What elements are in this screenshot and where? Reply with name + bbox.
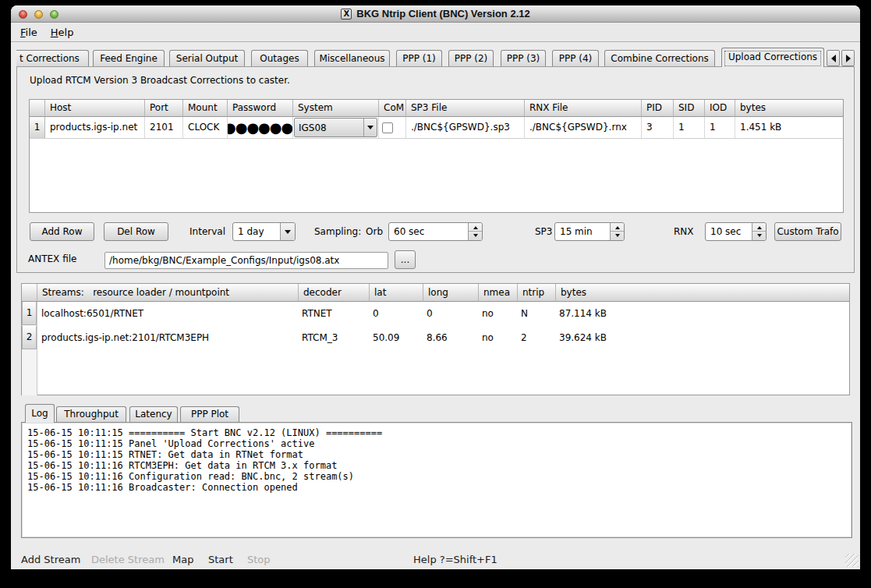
tab-serial-output[interactable]: Serial Output bbox=[169, 50, 245, 66]
col-decoder[interactable]: decoder bbox=[299, 284, 370, 302]
tab-scroll-left-button[interactable] bbox=[827, 50, 840, 66]
tab-scroll-right-button[interactable] bbox=[841, 50, 855, 66]
col-password[interactable]: Password bbox=[228, 100, 293, 117]
start-button[interactable]: Start bbox=[208, 551, 233, 569]
add-stream-button[interactable]: Add Stream bbox=[21, 551, 80, 569]
tab-outages[interactable]: Outages bbox=[251, 50, 308, 66]
stop-button: Stop bbox=[247, 551, 271, 569]
spinner-buttons[interactable] bbox=[610, 223, 624, 240]
tab-ppp-4[interactable]: PPP (4) bbox=[552, 50, 599, 66]
tab-ppp-1[interactable]: PPP (1) bbox=[396, 50, 442, 66]
tab-log[interactable]: Log bbox=[25, 404, 55, 423]
streams-table-header: Streams: resource loader / mountpoint de… bbox=[22, 284, 849, 302]
spinner-buttons[interactable] bbox=[752, 223, 766, 240]
cell-mount[interactable]: CLOCK bbox=[183, 117, 228, 138]
tab-ppp-3[interactable]: PPP (3) bbox=[501, 50, 546, 66]
streams-table: Streams: resource loader / mountpoint de… bbox=[21, 283, 850, 395]
antex-file-input[interactable]: /home/bkg/BNC/Example_Configs/Input/igs0… bbox=[104, 252, 388, 269]
col-port[interactable]: Port bbox=[145, 100, 183, 117]
antex-label: ANTEX file bbox=[28, 250, 76, 268]
row-number[interactable]: 2 bbox=[22, 326, 37, 349]
tab-broadcast-corrections[interactable]: t Corrections bbox=[16, 50, 89, 66]
minimize-button[interactable] bbox=[34, 10, 43, 19]
cell-iod[interactable]: 1 bbox=[705, 117, 735, 138]
tab-miscellaneous[interactable]: Miscellaneous bbox=[314, 50, 390, 66]
upload-table: Host Port Mount Password System CoM SP3 … bbox=[29, 99, 844, 213]
main-tab-bar: t Corrections Feed Engine Serial Output … bbox=[16, 48, 855, 67]
tab-ppp-plot[interactable]: PPP Plot bbox=[180, 406, 239, 422]
cell-port[interactable]: 2101 bbox=[145, 117, 183, 138]
spinner-buttons[interactable] bbox=[468, 223, 482, 240]
col-sp3-file[interactable]: SP3 File bbox=[406, 100, 525, 117]
down-arrow-icon bbox=[757, 234, 762, 239]
tab-throughput[interactable]: Throughput bbox=[56, 406, 126, 422]
col-system[interactable]: System bbox=[293, 100, 379, 117]
tab-ppp-2[interactable]: PPP (2) bbox=[448, 50, 494, 66]
orb-spinbox[interactable]: 60 sec bbox=[388, 222, 483, 241]
col-pid[interactable]: PID bbox=[642, 100, 674, 117]
title-bar[interactable]: X BKG Ntrip Client (BNC) Version 2.12 bbox=[11, 5, 860, 23]
up-arrow-icon bbox=[473, 224, 478, 229]
delete-stream-button: Delete Stream bbox=[91, 551, 165, 569]
row-number-column: 1 2 bbox=[22, 302, 37, 395]
panel-caption: Upload RTCM Version 3 Broadcast Correcti… bbox=[30, 75, 290, 86]
chevron-down-icon bbox=[285, 230, 291, 237]
stream-row[interactable]: localhost:6501/RTNET RTNET 0 0 no N 87.1… bbox=[38, 302, 607, 326]
sampling-label: Sampling: bbox=[314, 222, 361, 241]
col-sid[interactable]: SID bbox=[674, 100, 705, 117]
upload-corrections-panel: Upload RTCM Version 3 Broadcast Correcti… bbox=[16, 66, 855, 273]
custom-trafo-button[interactable]: Custom Trafo bbox=[774, 222, 841, 241]
cell-pid[interactable]: 3 bbox=[642, 117, 674, 138]
cell-bytes[interactable]: 1.451 kB bbox=[735, 117, 843, 138]
row-number[interactable]: 1 bbox=[30, 117, 45, 138]
resize-grip[interactable] bbox=[845, 554, 859, 567]
corner-header bbox=[30, 100, 45, 117]
col-host[interactable]: Host bbox=[45, 100, 145, 117]
col-mount[interactable]: Mount bbox=[183, 100, 228, 117]
antex-browse-button[interactable]: ... bbox=[395, 250, 416, 269]
tab-combine-corrections[interactable]: Combine Corrections bbox=[604, 50, 715, 66]
col-iod[interactable]: IOD bbox=[705, 100, 735, 117]
menu-file[interactable]: File bbox=[20, 27, 37, 38]
col-nmea[interactable]: nmea bbox=[479, 284, 518, 302]
window-title: BKG Ntrip Client (BNC) Version 2.12 bbox=[356, 8, 529, 19]
down-arrow-icon bbox=[473, 234, 478, 239]
down-arrow-icon bbox=[615, 234, 620, 239]
cell-rnx-file[interactable]: ./BNC${GPSWD}.rnx bbox=[525, 117, 642, 138]
sp3-spinbox[interactable]: 15 min bbox=[554, 222, 625, 241]
rnx-spinbox[interactable]: 10 sec bbox=[705, 222, 767, 241]
cell-sp3-file[interactable]: ./BNC${GPSWD}.sp3 bbox=[406, 117, 525, 138]
right-arrow-icon bbox=[846, 55, 851, 62]
system-combobox[interactable]: IGS08 bbox=[294, 118, 377, 137]
col-streams[interactable]: Streams: resource loader / mountpoint bbox=[37, 284, 299, 302]
log-output[interactable]: 15-06-15 10:11:15 ========== Start BNC v… bbox=[21, 422, 852, 538]
app-window: X BKG Ntrip Client (BNC) Version 2.12 Fi… bbox=[11, 5, 860, 569]
com-checkbox[interactable] bbox=[382, 122, 393, 133]
stream-row[interactable]: products.igs-ip.net:2101/RTCM3EPH RTCM_3… bbox=[38, 326, 607, 350]
tab-latency[interactable]: Latency bbox=[129, 406, 178, 422]
col-com[interactable]: CoM bbox=[379, 100, 406, 117]
row-number[interactable]: 1 bbox=[22, 302, 37, 325]
menu-help[interactable]: Help bbox=[51, 27, 74, 38]
close-button[interactable] bbox=[19, 10, 27, 19]
rnx-label: RNX bbox=[674, 222, 694, 241]
cell-password[interactable]: ●●●●●●●● bbox=[228, 117, 293, 138]
zoom-button[interactable] bbox=[50, 10, 58, 19]
cell-sid[interactable]: 1 bbox=[674, 117, 705, 138]
col-bytes[interactable]: bytes bbox=[735, 100, 843, 117]
col-lat[interactable]: lat bbox=[370, 284, 423, 302]
corner-header bbox=[22, 284, 37, 302]
help-shortcut-label: Help ?=Shift+F1 bbox=[413, 551, 497, 569]
tab-feed-engine[interactable]: Feed Engine bbox=[93, 50, 165, 66]
col-long[interactable]: long bbox=[423, 284, 479, 302]
map-button[interactable]: Map bbox=[172, 551, 193, 569]
up-arrow-icon bbox=[615, 224, 620, 229]
tab-upload-corrections[interactable]: Upload Corrections bbox=[721, 48, 824, 67]
log-lines: 15-06-15 10:11:15 ========== Start BNC v… bbox=[27, 427, 382, 493]
cell-host[interactable]: products.igs-ip.net bbox=[45, 117, 145, 138]
add-row-button[interactable]: Add Row bbox=[30, 222, 94, 241]
col-rnx-file[interactable]: RNX File bbox=[525, 100, 642, 117]
col-bytes[interactable]: bytes bbox=[556, 284, 849, 302]
col-ntrip[interactable]: ntrip bbox=[518, 284, 556, 302]
interval-combobox[interactable]: 1 day bbox=[232, 222, 296, 241]
